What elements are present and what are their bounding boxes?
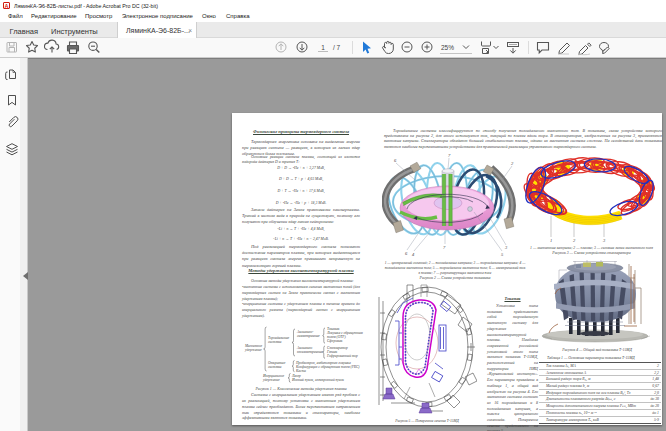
- svg-text:2: 2: [511, 161, 514, 166]
- svg-text:системы: системы: [268, 365, 282, 369]
- svg-text:Ионный пучок, электронный пучо: Ионный пучок, электронный пучок: [291, 377, 344, 383]
- svg-text:Сферомак: Сферомак: [327, 339, 343, 343]
- svg-text:7: 7: [443, 245, 446, 250]
- svg-text:4: 4: [412, 252, 415, 257]
- svg-text:7: 7: [448, 153, 451, 158]
- svg-text:2: 2: [573, 238, 576, 243]
- svg-text:несимметричные: несимметричные: [297, 350, 323, 354]
- svg-text:6: 6: [405, 251, 408, 256]
- svg-text:удержание: удержание: [262, 378, 280, 382]
- svg-text:6: 6: [394, 158, 397, 163]
- svg-text:удержание: удержание: [244, 348, 262, 352]
- svg-text:системы: системы: [268, 340, 282, 344]
- svg-text:1: 1: [550, 238, 552, 243]
- svg-text:симметричные: симметричные: [297, 334, 320, 338]
- svg-text:Каспы: Каспы: [295, 369, 306, 373]
- svg-text:Гофрированный тор: Гофрированный тор: [326, 353, 358, 358]
- svg-text:5: 5: [501, 252, 504, 257]
- svg-text:3: 3: [603, 238, 606, 243]
- svg-text:3: 3: [505, 245, 508, 250]
